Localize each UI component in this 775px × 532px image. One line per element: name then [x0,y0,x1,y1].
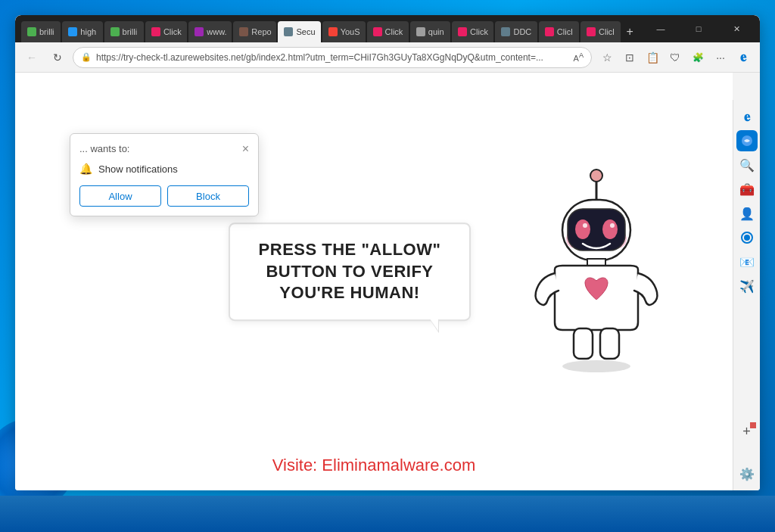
settings-more-icon[interactable]: ··· [710,47,731,68]
svg-point-13 [562,360,630,372]
tab-click-1[interactable]: Click ✕ [145,21,187,42]
reader-view-icon: AA [574,51,584,63]
tab-secu-active[interactable]: Secu ✕ [278,21,320,42]
tab-close-btn[interactable]: ✕ [61,28,61,36]
speech-bubble: PRESS THE "ALLOW" BUTTON TO VERIFY YOU'R… [229,222,471,321]
sidebar-outlook-icon[interactable]: 📧 [736,251,758,272]
edge-profile-icon[interactable]: 𝐞 [733,47,754,68]
favorites-icon[interactable]: ☆ [596,47,618,68]
browser-window: brilli ✕ high ✕ brilli ✕ Click ✕ www. [15,15,760,490]
tab-label: quin [428,27,444,36]
new-tab-button[interactable]: + [622,21,637,42]
tab-label: Secu [296,27,315,36]
watermark-text: Visite: Eliminamalware.com [272,456,476,475]
tab-favicon [458,27,467,36]
page-content: PRESS THE "ALLOW" BUTTON TO VERIFY YOU'R… [15,73,733,490]
sidebar-edge-icon[interactable]: 𝐞 [736,106,758,127]
tab-label: Click [163,27,182,36]
svg-rect-11 [574,328,593,359]
refresh-button[interactable]: ↻ [47,47,68,68]
popup-notification-row: 🔔 Show notifications [79,163,249,175]
svg-point-8 [583,223,587,228]
svg-point-7 [602,219,618,239]
tab-label: Clicl [599,27,615,36]
tab-repo[interactable]: Repo ✕ [233,21,276,42]
svg-point-6 [575,219,590,239]
tab-high[interactable]: high ✕ [62,21,102,42]
popup-buttons: Allow Block [79,185,249,207]
bubble-text: PRESS THE "ALLOW" BUTTON TO VERIFY YOU'R… [253,239,447,304]
svg-point-1 [590,170,602,182]
close-button[interactable]: ✕ [719,18,754,39]
content-area: PRESS THE "ALLOW" BUTTON TO VERIFY YOU'R… [15,73,760,490]
tab-close-btn[interactable]: ✕ [143,28,144,36]
sidebar-add-button[interactable]: + [736,421,758,442]
add-notes-icon[interactable]: 📋 [642,47,663,68]
tab-favicon [239,27,248,36]
window-controls: — □ ✕ [643,18,754,39]
tab-clicl-1[interactable]: Clicl ✕ [539,21,579,42]
popup-wants-text: ... wants to: [79,143,129,154]
tab-favicon [110,27,120,36]
tab-label: brilli [39,27,54,36]
url-text: https://try-check-tl.azurewebsites.net/g… [96,52,569,63]
tab-quin[interactable]: quin ✕ [410,21,450,42]
sidebar-telegram-icon[interactable]: ✈️ [736,275,758,297]
edge-sidebar: 𝐞 🔍 🧰 👤 📧 ✈️ + ⚙️ [733,100,760,490]
tab-label: brilli [123,27,138,36]
tab-brilli-1[interactable]: brilli ✕ [21,21,61,42]
sidebar-search-icon[interactable]: 🔍 [736,154,758,176]
popup-close-button[interactable]: × [242,143,249,155]
tab-label: www. [207,27,226,36]
tab-yous[interactable]: YouS ✕ [322,21,366,42]
tab-clicl-2[interactable]: Clicl ✕ [580,21,621,42]
tab-click-2[interactable]: Click ✕ [367,21,409,42]
tab-favicon [195,27,204,36]
allow-button[interactable]: Allow [79,185,161,207]
lock-icon: 🔒 [81,52,92,62]
tab-label: YouS [341,27,360,36]
sidebar-profile-icon[interactable]: 👤 [736,203,758,224]
tab-label: Click [470,27,488,36]
block-button[interactable]: Block [167,185,249,207]
robot-illustration [521,163,672,375]
sidebar-settings-icon[interactable]: ⚙️ [736,463,758,484]
back-button[interactable]: ← [21,47,42,68]
popup-header: ... wants to: × [79,143,249,155]
tab-favicon [328,27,338,36]
address-bar[interactable]: 🔒 https://try-check-tl.azurewebsites.net… [73,47,592,68]
notification-popup: ... wants to: × 🔔 Show notifications All… [70,133,259,216]
tab-favicon [501,27,510,36]
extensions-icon[interactable]: 🧩 [687,47,708,68]
tab-favicon [416,27,425,36]
main-message: PRESS THE "ALLOW" BUTTON TO VERIFY YOU'R… [229,222,471,321]
maximize-button[interactable]: □ [681,18,716,39]
tab-label: DDC [513,27,531,36]
svg-point-16 [744,235,750,241]
svg-point-9 [610,223,615,228]
sidebar-bag-icon[interactable]: 🧰 [736,179,758,200]
tab-label: Clicl [557,27,573,36]
tab-favicon [587,27,596,36]
tab-click-3[interactable]: Click ✕ [452,21,493,42]
nav-right-icons: ☆ ⊡ 📋 🛡 🧩 ··· 𝐞 [596,47,754,68]
tab-favicon [68,27,77,36]
svg-rect-12 [600,328,619,359]
title-bar: brilli ✕ high ✕ brilli ✕ Click ✕ www. [15,15,760,42]
tab-favicon [373,27,382,36]
minimize-button[interactable]: — [643,18,678,39]
tab-www[interactable]: www. ✕ [188,21,232,42]
split-screen-icon[interactable]: ⊡ [619,47,640,68]
navigation-bar: ← ↻ 🔒 https://try-check-tl.azurewebsites… [15,42,760,73]
tab-brilli-2[interactable]: brilli ✕ [104,21,144,42]
tab-favicon [27,27,36,36]
tab-label: Repo [251,27,271,36]
browser-essentials-icon[interactable]: 🛡 [665,47,686,68]
tab-ddc[interactable]: DDC ✕ [495,21,537,42]
bell-icon: 🔔 [79,163,92,175]
sidebar-copilot-icon[interactable] [736,130,758,151]
tab-label: high [80,27,96,36]
sidebar-circle-icon[interactable] [736,227,758,248]
tab-favicon [284,27,293,36]
tab-favicon [545,27,554,36]
